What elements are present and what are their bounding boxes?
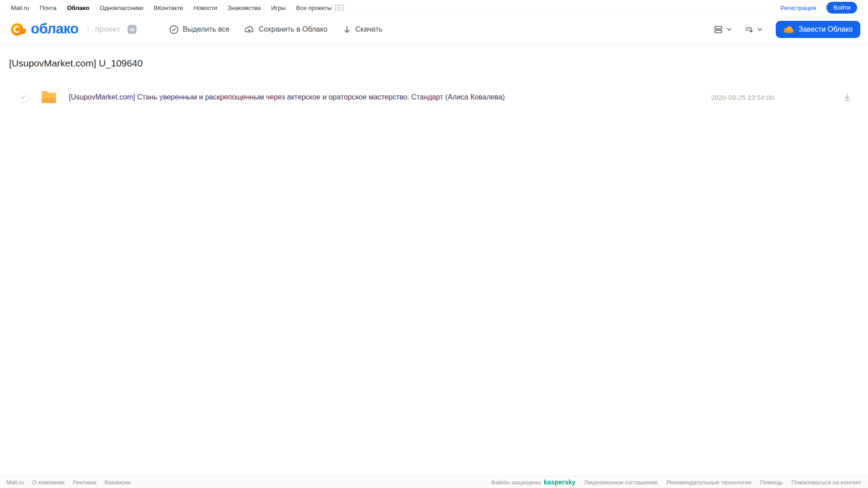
select-all-button[interactable]: Выделить все	[169, 25, 229, 34]
portal-link-vkontakte[interactable]: ВКонтакте	[154, 5, 183, 11]
folder-icon	[41, 90, 57, 104]
save-to-cloud-button[interactable]: Сохранить в Облако	[244, 25, 327, 34]
cloud-logo[interactable]: облако | проект vk	[8, 20, 137, 39]
file-row[interactable]: [UsupovMarket.com] Стань уверенным и рас…	[9, 90, 852, 104]
main-content: [UsupovMarket.com] U_109640 [UsupovMarke…	[0, 43, 868, 476]
save-to-cloud-label: Сохранить в Облако	[258, 25, 327, 33]
app-header: облако | проект vk Выделить все Сохранит…	[0, 15, 868, 43]
project-label: проект	[95, 25, 120, 34]
kaspersky-protection: Файлы защищены kaspersky	[491, 479, 576, 486]
apps-grid-icon[interactable]	[335, 5, 344, 11]
download-button[interactable]: Скачать	[342, 25, 383, 34]
footer-link-jobs[interactable]: Вакансии	[104, 479, 130, 486]
cloud-upload-icon	[244, 25, 254, 34]
download-tray-icon	[843, 93, 852, 102]
footer-link-license[interactable]: Лицензионное соглашение	[584, 479, 658, 486]
header-right-controls: Завести Облако	[713, 21, 860, 38]
login-button[interactable]: Войти	[826, 2, 857, 14]
portal-link-all-projects[interactable]: Все проекты	[296, 5, 332, 11]
file-actions-toolbar: Выделить все Сохранить в Облако Скачать	[169, 25, 383, 34]
footer-left-links: Mail.ru О компании Реклама Вакансии	[6, 479, 130, 486]
portal-link-mailru[interactable]: Mail.ru	[11, 5, 29, 11]
page-title: [UsupovMarket.com] U_109640	[9, 58, 852, 69]
list-view-icon	[713, 24, 723, 34]
sort-order-icon	[744, 24, 754, 34]
row-checkbox[interactable]	[17, 92, 28, 103]
portal-nav: Mail.ru Почта Облако Одноклассники ВКонт…	[0, 0, 868, 15]
footer-right-links: Файлы защищены kaspersky Лицензионное со…	[491, 479, 862, 486]
download-label: Скачать	[356, 25, 383, 33]
row-download-button[interactable]	[843, 93, 852, 102]
sort-selector[interactable]	[744, 24, 763, 34]
register-link[interactable]: Регистрация	[780, 5, 816, 11]
all-projects-group[interactable]: Все проекты	[296, 5, 344, 11]
download-arrow-icon	[342, 25, 351, 34]
view-mode-selector[interactable]	[713, 24, 732, 34]
select-all-label: Выделить все	[183, 25, 229, 33]
portal-link-cloud[interactable]: Облако	[67, 5, 89, 11]
cloud-logo-text: облако	[31, 22, 78, 38]
portal-link-dating[interactable]: Знакомства	[228, 5, 261, 11]
check-circle-icon	[169, 25, 179, 34]
file-name-link[interactable]: [UsupovMarket.com] Стань уверенным и рас…	[69, 93, 505, 101]
footer-link-help[interactable]: Помощь	[760, 479, 783, 486]
portal-link-games[interactable]: Игры	[271, 5, 286, 11]
get-cloud-button[interactable]: Завести Облако	[776, 21, 860, 38]
file-date: 2020-09-25 23:54:00	[711, 94, 774, 101]
footer-link-ads[interactable]: Реклама	[73, 479, 96, 486]
footer-link-about[interactable]: О компании	[32, 479, 65, 486]
portal-link-mail[interactable]: Почта	[40, 5, 57, 11]
portal-link-odnoklassniki[interactable]: Одноклассники	[100, 5, 143, 11]
get-cloud-label: Завести Облако	[798, 25, 853, 33]
protected-label: Файлы защищены	[491, 479, 541, 486]
page-footer: Mail.ru О компании Реклама Вакансии Файл…	[0, 476, 868, 488]
footer-link-recommendations[interactable]: Рекомендательные технологии	[666, 479, 751, 486]
logo-divider: |	[87, 25, 89, 34]
mailru-at-icon	[8, 20, 27, 39]
check-icon	[20, 95, 26, 100]
footer-link-report[interactable]: Пожаловаться на контент	[792, 479, 862, 486]
chevron-down-icon	[757, 26, 763, 33]
footer-link-mailru[interactable]: Mail.ru	[6, 479, 24, 486]
cloud-icon	[783, 25, 794, 33]
chevron-down-icon	[726, 26, 732, 33]
portal-link-news[interactable]: Новости	[194, 5, 217, 11]
vk-badge-icon: vk	[128, 25, 137, 34]
kaspersky-logo: kaspersky	[544, 479, 575, 486]
